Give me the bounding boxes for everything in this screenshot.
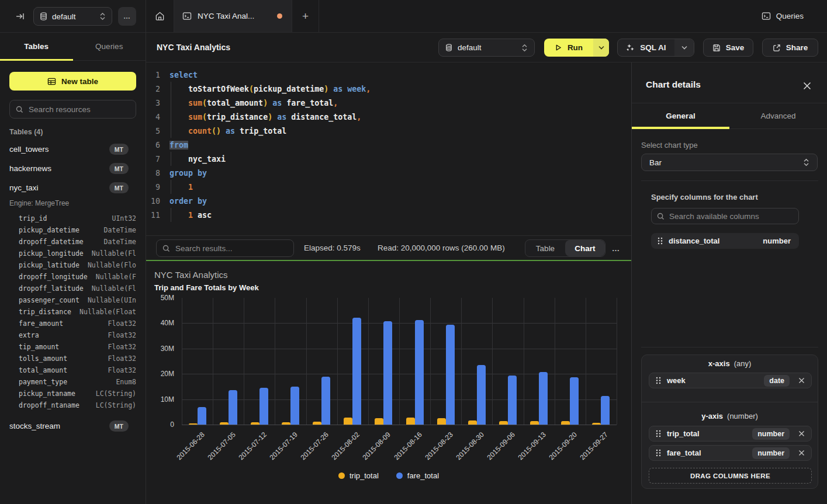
sidebar-tab-queries[interactable]: Queries xyxy=(73,33,146,60)
queries-menu-button[interactable]: Queries xyxy=(762,0,827,32)
sidebar-search-input[interactable]: Search resources xyxy=(9,100,136,119)
column-type: LC(String) xyxy=(96,401,136,409)
remove-column-button[interactable] xyxy=(791,377,811,384)
column-name: pickup_latitude xyxy=(19,261,88,269)
column-row-trip_id[interactable]: trip_idUInt32 xyxy=(0,213,146,224)
x-axis-tick-label: 2015-07-26 xyxy=(299,430,330,461)
table-row-stocks_stream[interactable]: stocks_streamMT xyxy=(0,416,146,436)
chart-type-select[interactable]: Bar xyxy=(641,154,818,171)
view-toggle-chart[interactable]: Chart xyxy=(565,240,605,256)
home-tab-button[interactable] xyxy=(146,0,174,32)
database-select[interactable]: default xyxy=(438,39,535,57)
bar-fare_total-2015-08-02[interactable] xyxy=(352,318,361,425)
column-row-pickup_ntaname[interactable]: pickup_ntanameLC(String) xyxy=(0,388,146,399)
bar-trip_total-2015-09-06[interactable] xyxy=(499,421,508,425)
bar-fare_total-2015-09-06[interactable] xyxy=(508,376,517,425)
chart-plot-area[interactable]: 010M20M30M40M50M2015-06-282015-07-052015… xyxy=(182,298,617,425)
table-row-cell_towers[interactable]: cell_towersMT xyxy=(0,140,146,159)
bar-fare_total-2015-07-05[interactable] xyxy=(229,390,237,425)
run-options-button[interactable] xyxy=(593,39,609,57)
elapsed-stat: Elapsed: 0.579s xyxy=(304,244,361,252)
panel-close-button[interactable] xyxy=(802,81,812,91)
active-tab-underline xyxy=(0,59,73,61)
bar-fare_total-2015-09-20[interactable] xyxy=(570,377,579,425)
bar-trip_total-2015-08-02[interactable] xyxy=(344,418,352,425)
column-row-pickup_latitude[interactable]: pickup_latitudeNullable(Flo xyxy=(0,259,146,271)
workspace-database-select[interactable]: default xyxy=(33,7,112,26)
column-row-dropoff_ntaname[interactable]: dropoff_ntanameLC(String) xyxy=(0,399,146,411)
bar-trip_total-2015-09-27[interactable] xyxy=(592,423,601,425)
sql-ai-options-button[interactable] xyxy=(674,39,694,56)
bar-trip_total-2015-08-09[interactable] xyxy=(375,418,383,425)
bar-trip_total-2015-06-28[interactable] xyxy=(189,423,198,425)
bar-fare_total-2015-07-19[interactable] xyxy=(290,387,299,425)
sidebar-tab-tables[interactable]: Tables xyxy=(0,33,73,60)
y-axis-chip-fare-total[interactable]: fare_total number xyxy=(649,445,812,461)
view-toggle-table[interactable]: Table xyxy=(525,240,565,256)
results-more-button[interactable]: … xyxy=(610,241,622,256)
column-row-total_amount[interactable]: total_amountFloat32 xyxy=(0,364,146,376)
remove-column-button[interactable] xyxy=(791,430,811,437)
remove-column-button[interactable] xyxy=(791,450,811,456)
bar-fare_total-2015-09-13[interactable] xyxy=(539,372,548,425)
column-row-tip_amount[interactable]: tip_amountFloat32 xyxy=(0,341,146,353)
bar-trip_total-2015-09-13[interactable] xyxy=(530,421,539,425)
column-row-pickup_longitude[interactable]: pickup_longitudeNullable(Fl xyxy=(0,248,146,259)
v-gridline xyxy=(492,298,493,425)
bar-fare_total-2015-07-26[interactable] xyxy=(321,377,330,425)
bar-fare_total-2015-09-27[interactable] xyxy=(601,396,610,425)
new-tab-button[interactable]: + xyxy=(292,0,319,32)
bar-fare_total-2015-08-16[interactable] xyxy=(415,320,424,425)
bar-trip_total-2015-07-05[interactable] xyxy=(220,422,229,425)
column-row-dropoff_latitude[interactable]: dropoff_latitudeNullable(Fl xyxy=(0,283,146,294)
bar-fare_total-2015-06-28[interactable] xyxy=(198,407,206,425)
legend-item-fare_total[interactable]: fare_total xyxy=(396,471,439,480)
sidebar-collapse-button[interactable] xyxy=(13,9,27,23)
panel-tab-advanced[interactable]: Advanced xyxy=(729,103,827,128)
x-axis-tick-label: 2015-08-23 xyxy=(423,430,454,461)
query-tab[interactable]: NYC Taxi Anal... xyxy=(174,0,292,32)
bar-trip_total-2015-07-26[interactable] xyxy=(313,422,321,425)
x-axis-chip-week[interactable]: week date xyxy=(649,373,812,388)
column-row-trip_distance[interactable]: trip_distanceNullable(Float xyxy=(0,306,146,318)
bar-trip_total-2015-09-20[interactable] xyxy=(561,421,570,425)
column-row-dropoff_datetime[interactable]: dropoff_datetimeDateTime xyxy=(0,236,146,248)
run-button[interactable]: Run xyxy=(544,39,593,57)
queries-icon xyxy=(762,12,771,20)
sql-ai-button[interactable]: SQL AI xyxy=(618,39,674,56)
bar-fare_total-2015-07-12[interactable] xyxy=(259,388,268,425)
table-row-hackernews[interactable]: hackernewsMT xyxy=(0,159,146,178)
bar-trip_total-2015-07-12[interactable] xyxy=(251,422,259,425)
v-gridline xyxy=(306,298,307,425)
panel-tab-general[interactable]: General xyxy=(632,103,729,128)
share-button[interactable]: Share xyxy=(762,39,818,57)
save-button[interactable]: Save xyxy=(703,39,753,57)
bar-fare_total-2015-08-30[interactable] xyxy=(477,365,486,425)
panel-tabs: General Advanced xyxy=(632,103,827,129)
view-toggle: Table Chart xyxy=(525,239,605,257)
results-search-input[interactable]: Search results... xyxy=(156,239,294,257)
columns-search-input[interactable]: Search available columns xyxy=(651,208,799,224)
bar-trip_total-2015-08-23[interactable] xyxy=(437,418,446,425)
available-column-chip[interactable]: distance_total number xyxy=(651,233,799,249)
table-row-nyc_taxi[interactable]: nyc_taxiMT xyxy=(0,178,146,197)
sidebar-more-button[interactable]: … xyxy=(118,7,136,26)
column-row-pickup_datetime[interactable]: pickup_datetimeDateTime xyxy=(0,224,146,236)
column-row-dropoff_longitude[interactable]: dropoff_longitudeNullable(F xyxy=(0,271,146,283)
column-row-fare_amount[interactable]: fare_amountFloat32 xyxy=(0,318,146,329)
y-axis-chip-trip-total[interactable]: trip_total number xyxy=(649,426,812,442)
column-row-tolls_amount[interactable]: tolls_amountFloat32 xyxy=(0,353,146,364)
new-table-button[interactable]: New table xyxy=(9,72,136,91)
column-row-payment_type[interactable]: payment_typeEnum8 xyxy=(0,376,146,388)
legend-item-trip_total[interactable]: trip_total xyxy=(338,471,379,480)
bar-fare_total-2015-08-09[interactable] xyxy=(383,321,392,425)
drag-columns-dropzone[interactable]: DRAG COLUMNS HERE xyxy=(649,468,812,484)
bar-trip_total-2015-08-30[interactable] xyxy=(468,420,477,425)
bar-fare_total-2015-08-23[interactable] xyxy=(446,325,455,425)
column-row-passenger_count[interactable]: passenger_countNullable(UIn xyxy=(0,294,146,306)
code-text: order by xyxy=(160,197,207,206)
bar-trip_total-2015-08-16[interactable] xyxy=(406,418,415,425)
column-type: Enum8 xyxy=(116,378,136,386)
column-row-extra[interactable]: extraFloat32 xyxy=(0,329,146,341)
bar-trip_total-2015-07-19[interactable] xyxy=(282,422,290,425)
